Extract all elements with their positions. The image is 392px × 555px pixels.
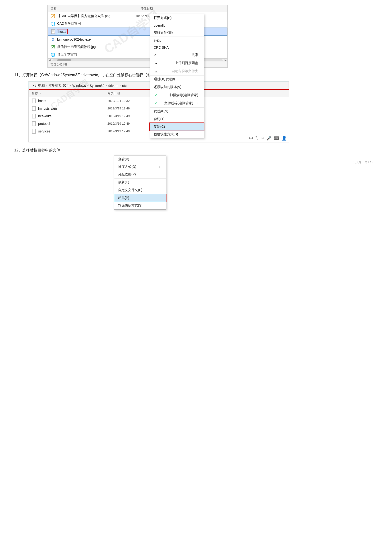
ctx-label: 排序方式(O) bbox=[118, 165, 136, 169]
ctx-item-group[interactable]: 分组依据(P) › bbox=[114, 171, 166, 178]
col-name-header2: 名称 ∧ bbox=[32, 91, 107, 95]
ctx-arrow-icon: › bbox=[159, 165, 160, 168]
ctx-label: 通过QQ发送到 bbox=[154, 77, 176, 81]
file-list-header-top: 名称 修改日期 bbox=[48, 5, 228, 12]
blank-icon bbox=[32, 106, 37, 111]
svg-rect-8 bbox=[32, 129, 36, 133]
ctx-label: 文件粉碎(电脑管家) bbox=[164, 101, 193, 105]
file-name: 微信扫一扫看视频教程.jpg bbox=[57, 45, 96, 49]
taskbar-icon-mic: 🎤 bbox=[266, 136, 271, 141]
footer-note: 公众号：建工行 bbox=[14, 160, 378, 164]
breadcrumb-arrow: › bbox=[120, 84, 121, 87]
file-name: lmhosts.sam bbox=[38, 107, 57, 110]
ctx-item-customize[interactable]: 自定义文件夹(F)... bbox=[114, 186, 166, 194]
ctx-label: 共享 bbox=[192, 53, 198, 57]
ctx-arrow-icon: › bbox=[197, 110, 198, 113]
blank-icon bbox=[32, 129, 37, 134]
cloud-icon: ☁ bbox=[154, 61, 158, 66]
sort-indicator: ∧ bbox=[40, 92, 41, 95]
blank-icon bbox=[32, 98, 37, 103]
ctx-item-view[interactable]: 查看(V) › bbox=[114, 155, 166, 163]
taskbar-icon-zh: 中 bbox=[249, 135, 253, 141]
file-name: networks bbox=[38, 114, 51, 118]
ctx-arrow-icon: › bbox=[197, 46, 198, 49]
ctx-label: opendlg bbox=[154, 23, 165, 27]
ctx-item-baidu[interactable]: ☁ 上传到百度网盘 bbox=[150, 59, 204, 67]
ctx-label: 自定义文件夹(F)... bbox=[118, 188, 145, 192]
ctx-arrow-icon: › bbox=[159, 158, 160, 161]
ctx-item-7zip[interactable]: 7-Zip › bbox=[150, 37, 204, 44]
ctx-label: 查看(V) bbox=[118, 157, 129, 161]
file-name-services: services bbox=[38, 129, 50, 133]
taskbar-icon-deg: °, bbox=[255, 136, 258, 140]
ctx-label: 粘贴快捷方式(S) bbox=[118, 204, 143, 208]
png-icon: 🖼 bbox=[50, 14, 56, 19]
breadcrumb-arrow: › bbox=[87, 84, 88, 87]
svg-rect-4 bbox=[32, 99, 36, 103]
ctx-item-paste[interactable]: 粘贴(P) bbox=[114, 194, 166, 202]
blank-icon bbox=[51, 29, 56, 34]
web-icon: 🌐 bbox=[50, 52, 56, 57]
ctx-item-permission[interactable]: 获取文件权限 bbox=[150, 29, 204, 37]
breadcrumb-part[interactable]: drivers bbox=[108, 84, 118, 88]
ctx-label: 剪切(T) bbox=[154, 117, 164, 121]
ctx-item-shred[interactable]: ✔ 文件粉碎(电脑管家) › bbox=[150, 99, 204, 108]
ctx-item-crcsha[interactable]: CRC SHA › bbox=[150, 44, 204, 51]
context-menu-second: 查看(V) › 排序方式(O) › 分组依据(P) › 刷新(E) 自定义文件夹… bbox=[114, 155, 166, 210]
svg-rect-6 bbox=[32, 114, 36, 118]
ctx-item-opendlg[interactable]: opendlg bbox=[150, 22, 204, 29]
breadcrumb-arrow: › bbox=[46, 84, 47, 87]
breadcrumb-part[interactable]: > 此电脑 bbox=[32, 84, 45, 88]
breadcrumb-part[interactable]: Windows bbox=[72, 84, 86, 88]
svg-rect-0 bbox=[51, 29, 55, 34]
file-name: hosts bbox=[38, 99, 46, 103]
svg-rect-7 bbox=[32, 122, 36, 126]
ctx-item-share[interactable]: ↗ 共享 bbox=[150, 51, 204, 59]
ctx-label: 7-Zip bbox=[154, 38, 161, 42]
ctx-label: 发送到(N) bbox=[154, 109, 168, 113]
ctx-item-autobackup: ☁ 自动备份该文件夹 bbox=[150, 67, 204, 75]
file-name-hosts: hosts bbox=[57, 29, 67, 34]
ctx-item-virus[interactable]: ✔ 扫描病毒(电脑管家) bbox=[150, 91, 204, 99]
blank-icon bbox=[32, 121, 37, 126]
ctx-item-sendto[interactable]: 发送到(N) › bbox=[150, 108, 204, 115]
instruction-12: 12、选择替换目标中的文件； bbox=[14, 147, 378, 153]
ctx-item-restore[interactable]: 还原以前的版本(V) bbox=[150, 83, 204, 91]
breadcrumb-part[interactable]: 本地磁盘 (C:) bbox=[49, 84, 68, 88]
ctx-item-open[interactable]: 打开方式(H) bbox=[150, 14, 204, 22]
context-menu-top: 打开方式(H) opendlg 获取文件权限 7-Zip › CRC SHA ›… bbox=[150, 14, 204, 139]
file-name: 【CAD自学网】官方微信公众号.png bbox=[57, 14, 111, 18]
breadcrumb-arrow: › bbox=[70, 84, 71, 87]
ctx-item-cut[interactable]: 剪切(T) bbox=[150, 115, 204, 123]
ctx-label: 分组依据(P) bbox=[118, 172, 136, 177]
ctx-label: 上传到百度网盘 bbox=[175, 61, 198, 65]
breadcrumb-part[interactable]: System32 bbox=[90, 84, 104, 88]
ctx-item-shortcut[interactable]: 创建快捷方式(S) bbox=[150, 131, 204, 138]
ctx-label: 复制(C) bbox=[154, 125, 165, 129]
blank-icon bbox=[32, 113, 37, 119]
ctx-item-refresh[interactable]: 刷新(E) bbox=[114, 178, 166, 186]
ctx-item-paste-shortcut[interactable]: 粘贴快捷方式(S) bbox=[114, 202, 166, 209]
ctx-item-copy[interactable]: 复制(C) bbox=[150, 123, 204, 131]
ctx-arrow-icon: › bbox=[197, 39, 198, 42]
taskbar-icon-user: 👤 bbox=[281, 136, 287, 141]
ctx-label: 创建快捷方式(S) bbox=[154, 132, 178, 137]
ctx-item-sort[interactable]: 排序方式(O) › bbox=[114, 163, 166, 171]
ctx-label: CRC SHA bbox=[154, 46, 169, 49]
ctx-arrow-icon: › bbox=[159, 173, 160, 176]
col-name-header: 名称 bbox=[50, 7, 141, 11]
taskbar-icon-keyboard: ⌨ bbox=[273, 136, 280, 141]
top-file-manager: 名称 修改日期 🖼 【CAD自学网】官方微信公众号.png 2018/1/11 … bbox=[47, 5, 228, 68]
ctx-item-qq[interactable]: 通过QQ发送到 bbox=[150, 75, 204, 83]
breadcrumb-arrow: › bbox=[106, 84, 107, 87]
file-name: CAD自学网官网 bbox=[57, 22, 81, 26]
file-name: 育设学堂官网 bbox=[57, 52, 77, 57]
taskbar-icons: 中 °, ☺ 🎤 ⌨ 👤 bbox=[249, 135, 287, 141]
svg-rect-5 bbox=[32, 106, 36, 111]
breadcrumb-part-current[interactable]: etc bbox=[122, 84, 127, 88]
ctx-label: 粘贴(P) bbox=[118, 196, 129, 200]
file-name: lumionprov902-tpc.exe bbox=[57, 37, 91, 41]
file-name: protocol bbox=[38, 122, 50, 125]
ctx-label: 打开方式(H) bbox=[154, 16, 171, 20]
share-icon: ↗ bbox=[154, 53, 156, 57]
